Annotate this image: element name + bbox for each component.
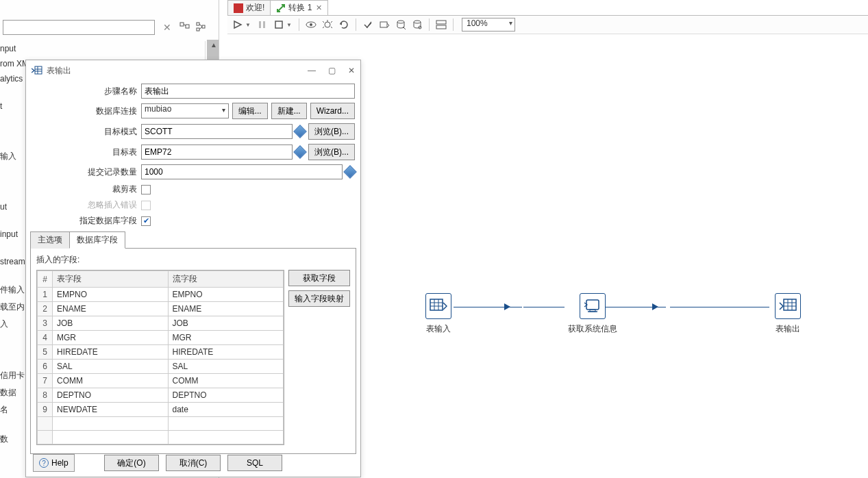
show-results-icon[interactable] (434, 17, 449, 32)
get-fields-button[interactable]: 获取字段 (288, 270, 350, 286)
tab-welcome[interactable]: 欢迎! (227, 0, 271, 15)
table-row[interactable]: 6SALSAL (38, 360, 284, 374)
browse-table-button[interactable]: 浏览(B)... (308, 144, 355, 160)
table-row[interactable] (38, 431, 284, 444)
truncate-checkbox[interactable] (141, 185, 151, 194)
scroll-up-icon[interactable]: ▲ (210, 41, 217, 49)
variable-icon[interactable] (343, 165, 357, 179)
debug-icon[interactable] (320, 17, 335, 32)
col-table-field[interactable]: 表字段 (53, 271, 169, 288)
sql-icon[interactable] (393, 17, 408, 32)
svg-line-19 (323, 27, 324, 28)
svg-point-26 (414, 21, 421, 23)
impact-icon[interactable] (377, 17, 392, 32)
run-icon[interactable] (230, 17, 245, 32)
run-dropdown-icon[interactable]: ▼ (245, 22, 251, 28)
svg-rect-1 (186, 25, 189, 28)
help-button[interactable]: ? Help (33, 454, 75, 472)
system-info-icon (580, 293, 606, 319)
target-table-input[interactable] (141, 144, 293, 160)
truncate-label: 裁剪表 (32, 184, 141, 195)
svg-line-20 (331, 27, 332, 28)
table-row[interactable]: 9NEWDATEdate (38, 403, 284, 417)
table-row[interactable]: 1EMPNOEMPNO (38, 288, 284, 302)
step-label: 表输出 (771, 323, 805, 335)
transform-tab-icon (276, 3, 286, 13)
table-input-icon (425, 293, 451, 319)
preview-icon[interactable] (303, 17, 319, 32)
insert-fields-label: 插入的字段: (36, 254, 350, 266)
table-row[interactable]: 8DEPTNODEPTNO (38, 388, 284, 403)
table-row[interactable]: 4MGRMGR (38, 331, 284, 345)
step-name-label: 步骤名称 (32, 86, 141, 97)
new-conn-button[interactable]: 新建... (271, 103, 307, 119)
step-name-input[interactable] (141, 84, 355, 99)
commit-size-label: 提交记录数量 (32, 166, 141, 178)
pause-icon[interactable] (255, 17, 270, 32)
replay-icon[interactable] (336, 17, 351, 32)
svg-line-8 (277, 5, 284, 12)
step-label: 表输入 (421, 323, 456, 335)
variable-icon[interactable] (293, 125, 307, 138)
ignore-errors-checkbox (141, 201, 151, 210)
minimize-icon[interactable]: — (308, 66, 316, 75)
svg-rect-29 (436, 25, 446, 29)
expand-tree-icon[interactable] (179, 22, 190, 33)
field-mapping-button[interactable]: 输入字段映射 (288, 290, 350, 307)
browse-schema-button[interactable]: 浏览(B)... (308, 123, 355, 140)
db-conn-select[interactable]: mubiao (141, 103, 229, 118)
col-stream-field[interactable]: 流字段 (168, 271, 284, 288)
ok-button[interactable]: 确定(O) (104, 455, 159, 471)
hop-line[interactable] (523, 307, 565, 307)
hop-arrow-icon (504, 303, 510, 310)
fields-grid[interactable]: # 表字段 流字段 1EMPNOEMPNO2ENAMEENAME3JOBJOB4… (36, 270, 284, 445)
dialog-titlebar[interactable]: 表输出 — ▢ ✕ (26, 60, 360, 81)
specify-fields-checkbox[interactable]: ✔ (141, 216, 151, 226)
commit-size-input[interactable] (141, 164, 343, 179)
svg-rect-28 (436, 21, 446, 24)
table-row[interactable]: 3JOBJOB (38, 316, 284, 331)
step-table-output[interactable]: 表输出 (771, 293, 805, 335)
tab-main-options[interactable]: 主选项 (30, 231, 70, 249)
svg-line-7 (199, 27, 202, 29)
cancel-button[interactable]: 取消(C) (166, 455, 221, 471)
hop-line[interactable] (670, 307, 769, 307)
close-tab-icon[interactable]: ✕ (314, 3, 322, 12)
col-num[interactable]: # (38, 271, 53, 288)
sql-button[interactable]: SQL (227, 455, 282, 471)
tree-item[interactable]: nput (0, 41, 205, 56)
table-row[interactable]: 2ENAMEENAME (38, 302, 284, 316)
table-row[interactable]: 5HIREDATEHIREDATE (38, 345, 284, 360)
target-schema-input[interactable] (141, 124, 293, 139)
variable-icon[interactable] (293, 145, 307, 159)
svg-rect-43 (35, 66, 42, 74)
table-row[interactable] (38, 417, 284, 431)
explore-db-icon[interactable] (410, 17, 425, 32)
collapse-tree-icon[interactable] (196, 22, 207, 33)
stop-dropdown-icon[interactable]: ▼ (286, 22, 292, 28)
verify-icon[interactable] (360, 17, 375, 32)
clear-search-icon[interactable]: ✕ (160, 22, 174, 33)
svg-rect-0 (180, 23, 184, 26)
table-row[interactable]: 7COMMCOMM (38, 374, 284, 388)
close-icon[interactable]: ✕ (348, 66, 355, 75)
ignore-errors-label: 忽略插入错误 (32, 199, 141, 211)
step-get-system-info[interactable]: 获取系统信息 (565, 293, 620, 335)
edit-conn-button[interactable]: 编辑... (232, 103, 268, 119)
step-table-input[interactable]: 表输入 (421, 293, 456, 335)
target-table-label: 目标表 (32, 147, 141, 158)
zoom-select[interactable]: 100% (458, 18, 515, 32)
tab-transformation[interactable]: 转换 1 ✕ (270, 0, 328, 15)
stop-icon[interactable] (271, 17, 286, 32)
hop-line[interactable] (454, 307, 522, 307)
step-label: 获取系统信息 (565, 323, 620, 335)
dialog-tabbar: 主选项 数据库字段 (30, 231, 356, 249)
target-schema-label: 目标模式 (32, 126, 141, 138)
tab-db-fields[interactable]: 数据库字段 (69, 231, 125, 249)
welcome-tab-icon (234, 3, 243, 13)
svg-line-22 (367, 23, 371, 28)
wizard-conn-button[interactable]: Wizard... (310, 103, 355, 119)
maximize-icon[interactable]: ▢ (328, 66, 336, 75)
palette-search-input[interactable] (3, 20, 155, 35)
canvas-toolbar: ▼ ▼ 100% (227, 15, 868, 34)
